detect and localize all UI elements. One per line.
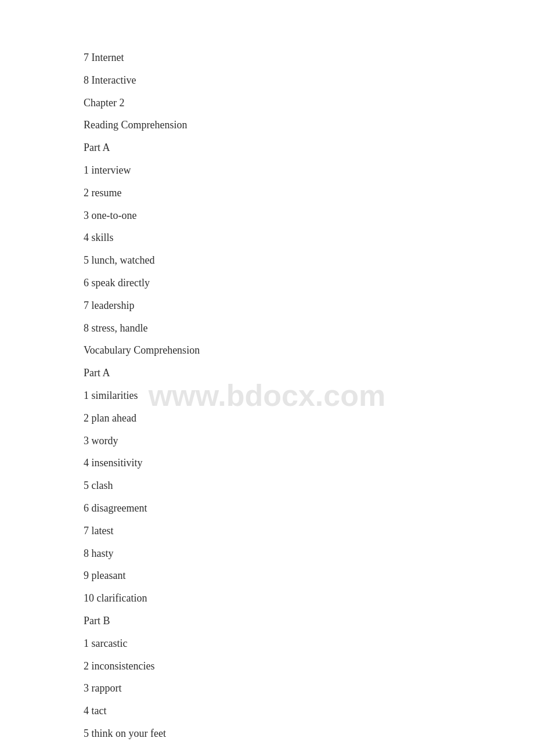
list-item: 1 sarcastic	[84, 632, 450, 655]
list-item: 5 think on your feet	[84, 722, 450, 745]
list-item: 4 tact	[84, 700, 450, 722]
list-item: 1 interview	[84, 159, 450, 182]
list-item: 3 wordy	[84, 430, 450, 452]
list-item: Vocabulary Comprehension	[84, 339, 450, 362]
list-item: 8 hasty	[84, 542, 450, 565]
list-item: Chapter 2	[84, 92, 450, 114]
list-item: 5 lunch, watched	[84, 249, 450, 272]
list-item: 5 clash	[84, 474, 450, 497]
list-item: 4 insensitivity	[84, 452, 450, 474]
list-item: 1 similarities	[84, 384, 450, 407]
list-item: Reading Comprehension	[84, 114, 450, 136]
list-item: 2 plan ahead	[84, 407, 450, 430]
list-item: 3 one-to-one	[84, 204, 450, 227]
list-item: Part B	[84, 610, 450, 632]
content-list: 7 Internet8 InteractiveChapter 2Reading …	[84, 46, 450, 745]
list-item: 7 leadership	[84, 294, 450, 317]
list-item: 10 clarification	[84, 587, 450, 610]
list-item: 4 skills	[84, 226, 450, 249]
list-item: 9 pleasant	[84, 564, 450, 587]
list-item: 7 Internet	[84, 46, 450, 69]
list-item: 6 disagreement	[84, 497, 450, 520]
list-item: Part A	[84, 136, 450, 159]
list-item: 7 latest	[84, 520, 450, 542]
list-item: 8 stress, handle	[84, 317, 450, 340]
list-item: 2 inconsistencies	[84, 655, 450, 678]
list-item: 2 resume	[84, 182, 450, 204]
list-item: 3 rapport	[84, 677, 450, 700]
list-item: Part A	[84, 362, 450, 384]
list-item: 8 Interactive	[84, 69, 450, 92]
list-item: 6 speak directly	[84, 272, 450, 294]
